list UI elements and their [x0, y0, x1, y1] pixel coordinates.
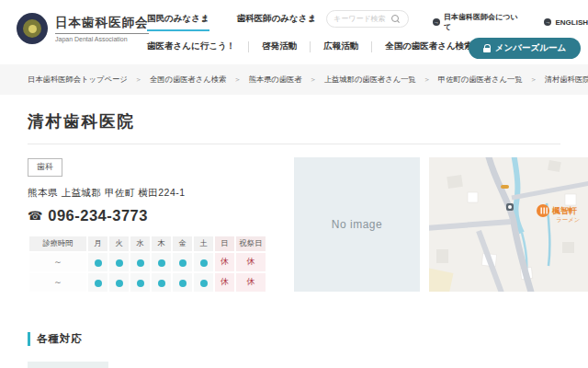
- utility-links: →日本歯科医師会について→ENGLISH: [433, 12, 588, 32]
- schedule-time-cell: ～: [29, 273, 86, 292]
- breadcrumb-separator: ＞: [135, 75, 142, 85]
- audience-tab[interactable]: 歯科医師のみなさま: [237, 13, 317, 31]
- breadcrumb-separator: ＞: [530, 75, 537, 85]
- schedule-open-cell: [194, 273, 213, 292]
- breadcrumb-link[interactable]: 上益城郡の歯医者さん一覧: [324, 75, 416, 85]
- breadcrumb-separator: ＞: [233, 75, 241, 85]
- schedule-col-header: 木: [152, 236, 171, 251]
- nav-divider: [310, 41, 311, 52]
- schedule-col-header: 水: [130, 236, 150, 251]
- search-icon[interactable]: [390, 15, 400, 24]
- clinic-photo-placeholder: No image: [294, 157, 420, 292]
- section-title: 各種対応: [37, 332, 83, 346]
- map-poi-label: 楓智軒: [551, 206, 577, 215]
- schedule-closed-cell: 休: [215, 273, 234, 292]
- breadcrumb-separator: ＞: [424, 75, 431, 85]
- members-room-label: メンバーズルーム: [495, 42, 566, 54]
- schedule-open-cell: [194, 253, 213, 271]
- open-dot-icon: [95, 280, 102, 287]
- map-graphic: 楓智軒 ラーメン: [429, 157, 588, 292]
- main-nav-item[interactable]: 啓発活動: [262, 40, 297, 52]
- arrow-circle-icon: →: [544, 18, 551, 26]
- main-nav: 歯医者さんに行こう！啓発活動広報活動全国の歯医者さん検索: [147, 40, 473, 52]
- schedule-open-cell: [130, 273, 150, 292]
- arrow-circle-icon: →: [433, 18, 440, 26]
- section-accent-bar: [28, 332, 30, 346]
- breadcrumb-link[interactable]: 甲佐町の歯医者さん一覧: [438, 75, 523, 85]
- title-divider: [28, 144, 560, 144]
- utility-link[interactable]: →日本歯科医師会について: [433, 12, 524, 32]
- clinic-address: 熊本県 上益城郡 甲佐町 横田224-1: [28, 187, 289, 200]
- nav-divider: [248, 41, 249, 52]
- members-room-button[interactable]: メンバーズルーム: [469, 38, 581, 59]
- schedule-table: 診療時間月火水木金土日祝祭日～休休～休休: [28, 235, 267, 293]
- logo-subtitle: Japan Dental Association: [55, 36, 149, 42]
- schedule-closed-cell: 休: [236, 273, 266, 292]
- main-nav-item[interactable]: 広報活動: [323, 40, 358, 52]
- schedule-col-header: 日: [215, 236, 234, 251]
- search-input[interactable]: [334, 15, 390, 23]
- jda-emblem-icon: [17, 13, 48, 44]
- schedule-open-cell: [152, 253, 171, 271]
- phone-icon: ☎: [28, 209, 42, 223]
- open-dot-icon: [200, 259, 208, 267]
- main-nav-item[interactable]: 歯医者さんに行こう！: [147, 40, 235, 52]
- schedule-col-header: 土: [194, 236, 213, 251]
- schedule-open-cell: [173, 253, 192, 271]
- schedule-col-header: 火: [109, 236, 129, 251]
- main-nav-item[interactable]: 全国の歯医者さん検索: [385, 40, 473, 52]
- no-image-label: No image: [332, 218, 382, 231]
- schedule-open-cell: [130, 253, 150, 271]
- open-dot-icon: [116, 259, 123, 267]
- utility-link[interactable]: →ENGLISH: [544, 12, 588, 32]
- open-dot-icon: [137, 280, 144, 287]
- audience-tabs: 国民のみなさま歯科医師のみなさま: [147, 13, 316, 31]
- schedule-open-cell: [109, 253, 129, 271]
- location-map[interactable]: 楓智軒 ラーメン: [429, 157, 588, 292]
- page-title: 清村歯科医院: [28, 110, 135, 132]
- schedule-closed-cell: 休: [236, 253, 266, 271]
- restaurant-marker-icon: [537, 204, 549, 217]
- schedule-open-cell: [109, 273, 129, 292]
- logo-title: 日本歯科医師会: [55, 15, 149, 34]
- schedule-time-cell: ～: [29, 253, 86, 271]
- audience-tab[interactable]: 国民のみなさま: [147, 13, 209, 31]
- open-dot-icon: [200, 280, 208, 287]
- schedule-open-cell: [152, 273, 171, 292]
- map-poi-sublabel: ラーメン: [556, 216, 580, 223]
- schedule-open-cell: [173, 273, 192, 292]
- phone-number[interactable]: 096-234-3773: [48, 207, 148, 224]
- breadcrumb: 日本歯科医師会トップページ＞全国の歯医者さん検索＞熊本県の歯医者＞上益城郡の歯医…: [0, 64, 588, 95]
- schedule-col-header: 祝祭日: [236, 236, 266, 251]
- schedule-col-header: 診療時間: [29, 236, 86, 251]
- breadcrumb-link[interactable]: 全国の歯医者さん検索: [150, 75, 227, 85]
- breadcrumb-current: 清村歯科医院: [545, 75, 588, 85]
- schedule-open-cell: [88, 273, 107, 292]
- keyword-search[interactable]: [326, 10, 409, 28]
- nav-divider: [371, 41, 372, 52]
- schedule-row: ～休休: [29, 273, 266, 292]
- schedule-closed-cell: 休: [215, 253, 234, 271]
- schedule-row: ～休休: [29, 253, 266, 271]
- support-tag-partial: [28, 362, 108, 368]
- site-logo[interactable]: 日本歯科医師会 Japan Dental Association: [17, 13, 149, 44]
- clinic-info: 歯科 熊本県 上益城郡 甲佐町 横田224-1 ☎ 096-234-3773 診…: [28, 156, 289, 293]
- category-badge: 歯科: [28, 158, 62, 177]
- breadcrumb-link[interactable]: 熊本県の歯医者: [248, 75, 301, 85]
- support-section-heading: 各種対応: [28, 332, 83, 346]
- schedule-col-header: 金: [173, 236, 192, 251]
- open-dot-icon: [158, 259, 165, 267]
- open-dot-icon: [179, 259, 187, 267]
- schedule-col-header: 月: [88, 236, 107, 251]
- open-dot-icon: [179, 280, 187, 287]
- open-dot-icon: [116, 280, 123, 287]
- breadcrumb-separator: ＞: [310, 75, 317, 85]
- lock-icon: [483, 44, 491, 52]
- open-dot-icon: [95, 259, 102, 267]
- schedule-open-cell: [88, 253, 107, 271]
- open-dot-icon: [137, 259, 144, 267]
- breadcrumb-link[interactable]: 日本歯科医師会トップページ: [28, 75, 128, 85]
- site-header: 日本歯科医師会 Japan Dental Association 国民のみなさま…: [0, 0, 588, 64]
- open-dot-icon: [158, 280, 165, 287]
